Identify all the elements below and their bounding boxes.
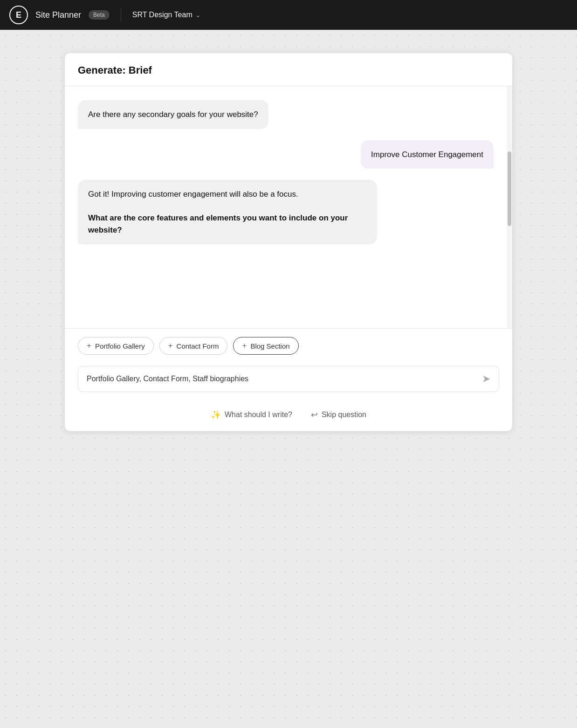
bot-message-2: Got it! Improving customer engagement wi…	[78, 180, 377, 244]
chip-contact-form-label: Contact Form	[177, 342, 219, 350]
chip-plus-icon-2: +	[168, 341, 173, 350]
skip-label: Skip question	[322, 411, 366, 419]
chip-plus-icon: +	[87, 341, 91, 350]
input-area: ➤	[65, 361, 512, 401]
main-area: Generate: Brief Are there any secondary …	[0, 30, 577, 728]
send-icon[interactable]: ➤	[482, 373, 490, 385]
card-header: Generate: Brief	[65, 53, 512, 86]
user-message-1: Improve Customer Engagement	[361, 140, 494, 169]
main-card: Generate: Brief Are there any secondary …	[65, 53, 512, 431]
chip-portfolio-gallery-label: Portfolio Gallery	[95, 342, 145, 350]
navbar-team-name: SRT Design Team	[132, 11, 192, 19]
chip-blog-section[interactable]: + Blog Section	[233, 337, 298, 355]
page-title: Generate: Brief	[78, 64, 499, 76]
navbar-divider	[121, 8, 121, 22]
input-row: ➤	[78, 366, 499, 392]
bot-message-2-bold: What are the core features and elements …	[88, 213, 348, 234]
skip-icon: ↩	[311, 410, 318, 420]
logo-icon: E	[16, 10, 21, 20]
navbar-beta-badge: Beta	[89, 10, 110, 20]
bot-message-1-text: Are there any secondary goals for your w…	[88, 110, 258, 119]
footer-row: ✨ What should I write? ↩ Skip question	[65, 401, 512, 431]
navbar-team-selector[interactable]: SRT Design Team ⌄	[132, 11, 201, 19]
scrollbar-track[interactable]	[507, 86, 512, 328]
answer-input[interactable]	[87, 375, 477, 383]
skip-button[interactable]: ↩ Skip question	[311, 410, 366, 420]
hint-button[interactable]: ✨ What should I write?	[211, 410, 292, 420]
user-message-1-text: Improve Customer Engagement	[371, 150, 483, 159]
chip-portfolio-gallery[interactable]: + Portfolio Gallery	[78, 337, 154, 355]
navbar-logo: E	[9, 6, 28, 24]
chat-scroll[interactable]: Are there any secondary goals for your w…	[65, 86, 507, 328]
scrollbar-thumb[interactable]	[508, 151, 511, 226]
hint-label: What should I write?	[225, 411, 292, 419]
chip-blog-section-label: Blog Section	[250, 342, 289, 350]
bot-message-1: Are there any secondary goals for your w…	[78, 100, 268, 129]
chips-row: + Portfolio Gallery + Contact Form + Blo…	[65, 329, 512, 361]
chevron-down-icon: ⌄	[195, 11, 201, 19]
chat-area: Are there any secondary goals for your w…	[65, 86, 512, 329]
lightbulb-icon: ✨	[211, 410, 221, 420]
chip-contact-form[interactable]: + Contact Form	[159, 337, 228, 355]
bot-message-2-normal: Got it! Improving customer engagement wi…	[88, 190, 298, 199]
navbar: E Site Planner Beta SRT Design Team ⌄	[0, 0, 577, 30]
navbar-title: Site Planner	[35, 10, 81, 20]
chip-plus-icon-3: +	[242, 341, 247, 350]
